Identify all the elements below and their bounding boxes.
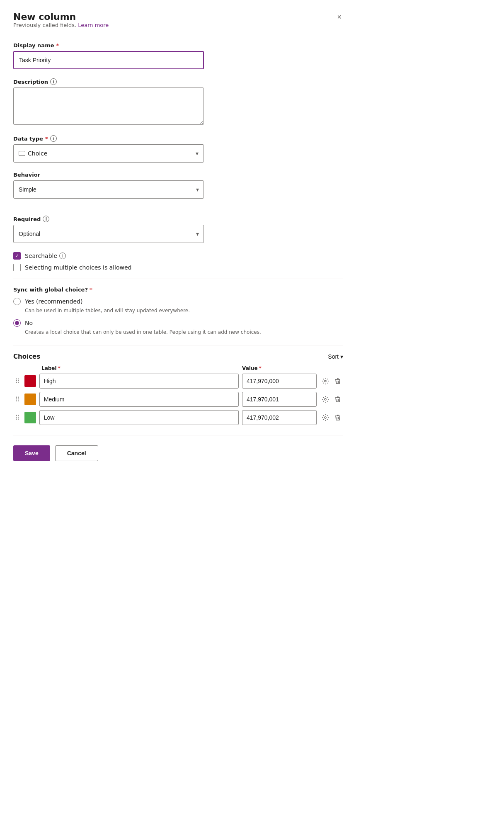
sync-no-radio[interactable]	[13, 319, 21, 327]
data-type-chevron-icon: ▾	[196, 150, 199, 157]
multiple-choices-row: Selecting multiple choices is allowed	[13, 264, 343, 271]
color-swatch-low[interactable]	[24, 412, 36, 423]
data-type-required-star: *	[45, 136, 48, 142]
delete-button-low[interactable]	[332, 412, 343, 423]
behavior-select-wrapper: Simple Calculated ▾	[13, 180, 204, 199]
behavior-section: Behavior Simple Calculated ▾	[13, 172, 343, 199]
cancel-button[interactable]: Cancel	[55, 445, 98, 461]
sort-button[interactable]: Sort ▾	[328, 353, 343, 360]
required-select-wrapper: Optional Required ▾	[13, 225, 204, 243]
delete-button-medium[interactable]	[332, 394, 343, 405]
settings-icon-medium	[322, 396, 329, 403]
choices-title: Choices	[13, 353, 40, 360]
choice-row-low: ⠿	[13, 410, 343, 425]
settings-icon-high	[322, 377, 329, 385]
choice-type-icon	[19, 151, 25, 156]
sync-yes-radio[interactable]	[13, 298, 21, 305]
description-label: Description i	[13, 78, 343, 85]
sync-yes-row: Yes (recommended)	[13, 298, 343, 305]
required-star: *	[56, 42, 59, 49]
choices-header: Choices Sort ▾	[13, 353, 343, 360]
choice-label-input-medium[interactable]	[39, 392, 239, 407]
row-actions-medium	[320, 394, 343, 405]
behavior-select[interactable]: Simple Calculated	[13, 180, 204, 199]
row-actions-low	[320, 412, 343, 423]
label-col-header: Label *	[41, 365, 235, 371]
delete-button-high[interactable]	[332, 376, 343, 386]
required-section: Required i Optional Required ▾	[13, 216, 343, 243]
sync-yes-option: Yes (recommended) Can be used in multipl…	[13, 298, 343, 314]
sync-no-option: No Creates a local choice that can only …	[13, 319, 343, 336]
settings-icon-low	[322, 414, 329, 421]
searchable-info-icon[interactable]: i	[59, 253, 66, 259]
required-label: Required i	[13, 216, 343, 222]
drag-handle-low[interactable]: ⠿	[13, 414, 21, 422]
required-info-icon[interactable]: i	[43, 216, 49, 222]
settings-button-high[interactable]	[320, 376, 331, 386]
description-input[interactable]	[13, 87, 204, 125]
modal-title-group: New column Previously called fields. Lea…	[13, 12, 109, 40]
row-actions-high	[320, 376, 343, 386]
sync-yes-label: Yes (recommended)	[25, 298, 82, 305]
choice-row-medium: ⠿	[13, 392, 343, 407]
new-column-modal: New column Previously called fields. Lea…	[0, 0, 356, 826]
save-button[interactable]: Save	[13, 445, 50, 461]
required-select[interactable]: Optional Required	[13, 225, 204, 243]
settings-button-medium[interactable]	[320, 394, 331, 405]
searchable-checkbox[interactable]	[13, 252, 21, 260]
sort-label: Sort	[328, 353, 339, 360]
behavior-label: Behavior	[13, 172, 343, 178]
choice-value-input-high[interactable]	[242, 374, 317, 389]
sync-required-star: *	[90, 287, 92, 293]
sync-section: Sync with global choice? * Yes (recommen…	[13, 287, 343, 336]
choice-row-high: ⠿	[13, 374, 343, 389]
learn-more-link[interactable]: Learn more	[78, 22, 109, 28]
drag-handle-medium[interactable]: ⠿	[13, 396, 21, 403]
svg-point-1	[325, 398, 326, 400]
close-button[interactable]: ×	[335, 12, 343, 22]
delete-icon-high	[334, 377, 342, 385]
data-type-select[interactable]: Choice ▾	[13, 144, 204, 163]
searchable-row: Searchable i	[13, 252, 343, 260]
color-swatch-medium[interactable]	[24, 394, 36, 405]
sync-no-description: Creates a local choice that can only be …	[25, 328, 343, 336]
modal-title: New column	[13, 12, 109, 22]
modal-subtitle: Previously called fields. Learn more	[13, 22, 109, 28]
sort-chevron-icon: ▾	[340, 353, 343, 360]
value-col-header: Value *	[242, 365, 317, 371]
sync-no-row: No	[13, 319, 343, 327]
drag-handle-high[interactable]: ⠿	[13, 377, 21, 385]
svg-point-0	[325, 380, 326, 382]
data-type-section: Data type * i Choice ▾	[13, 135, 343, 163]
display-name-section: Display name *	[13, 42, 343, 69]
color-swatch-high[interactable]	[24, 375, 36, 387]
multiple-choices-label: Selecting multiple choices is allowed	[25, 264, 132, 271]
divider-2	[13, 279, 343, 279]
choices-col-headers: Label * Value *	[13, 365, 343, 374]
choice-value-input-low[interactable]	[242, 410, 317, 425]
delete-icon-medium	[334, 396, 342, 403]
choice-label-input-low[interactable]	[39, 410, 239, 425]
display-name-label: Display name *	[13, 42, 343, 49]
searchable-label: Searchable i	[25, 253, 66, 259]
choices-section: Choices Sort ▾ Label * Value *	[13, 353, 343, 425]
divider-1	[13, 208, 343, 208]
sync-title: Sync with global choice? *	[13, 287, 343, 293]
data-type-value: Choice	[28, 150, 47, 157]
display-name-input[interactable]	[13, 51, 204, 69]
description-section: Description i	[13, 78, 343, 126]
footer-actions: Save Cancel	[13, 435, 343, 461]
multiple-choices-checkbox[interactable]	[13, 264, 21, 271]
data-type-info-icon[interactable]: i	[50, 135, 57, 142]
sync-no-label: No	[25, 320, 33, 326]
delete-icon-low	[334, 414, 342, 421]
subtitle-text: Previously called fields.	[13, 22, 76, 28]
choice-label-input-high[interactable]	[39, 374, 239, 389]
modal-header: New column Previously called fields. Lea…	[13, 12, 343, 40]
settings-button-low[interactable]	[320, 412, 331, 423]
choice-value-input-medium[interactable]	[242, 392, 317, 407]
description-info-icon[interactable]: i	[50, 78, 57, 85]
divider-3	[13, 345, 343, 345]
svg-point-2	[325, 417, 326, 418]
sync-yes-description: Can be used in multiple tables, and will…	[25, 307, 343, 314]
